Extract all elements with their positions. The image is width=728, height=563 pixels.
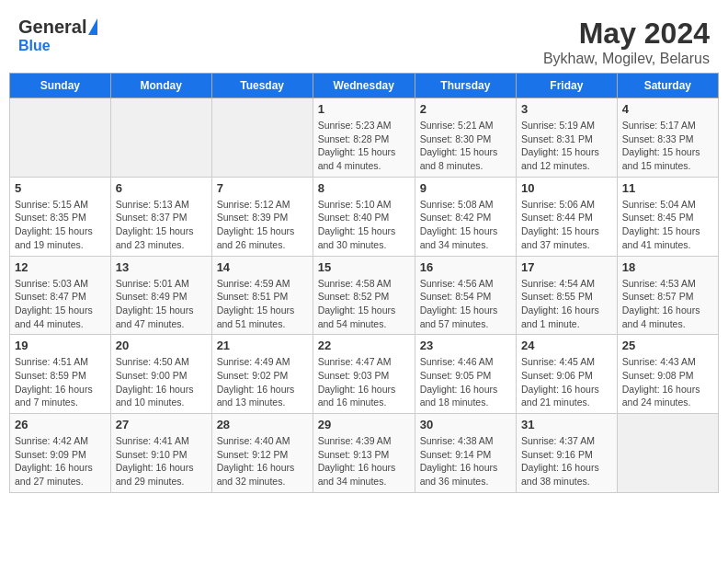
day-info: Sunrise: 5:15 AM Sunset: 8:35 PM Dayligh… [15, 198, 106, 252]
calendar-day-cell: 21Sunrise: 4:49 AM Sunset: 9:02 PM Dayli… [211, 335, 313, 414]
calendar-day-cell [211, 98, 313, 178]
weekday-header: Sunday [10, 74, 111, 98]
day-number: 22 [318, 339, 410, 352]
calendar-day-cell: 27Sunrise: 4:41 AM Sunset: 9:10 PM Dayli… [110, 414, 211, 493]
day-info: Sunrise: 5:08 AM Sunset: 8:42 PM Dayligh… [420, 198, 511, 252]
weekday-header-row: SundayMondayTuesdayWednesdayThursdayFrid… [10, 74, 719, 98]
day-info: Sunrise: 4:59 AM Sunset: 8:51 PM Dayligh… [217, 277, 308, 331]
day-info: Sunrise: 5:03 AM Sunset: 8:47 PM Dayligh… [15, 277, 106, 331]
day-number: 2 [420, 102, 511, 116]
calendar-day-cell: 17Sunrise: 4:54 AM Sunset: 8:55 PM Dayli… [517, 256, 618, 335]
day-number: 30 [420, 418, 511, 431]
calendar-day-cell: 5Sunrise: 5:15 AM Sunset: 8:35 PM Daylig… [10, 177, 111, 256]
day-number: 11 [622, 181, 713, 195]
day-number: 12 [15, 260, 106, 274]
day-number: 18 [622, 260, 713, 274]
day-number: 8 [318, 181, 410, 195]
calendar-day-cell: 25Sunrise: 4:43 AM Sunset: 9:08 PM Dayli… [617, 335, 718, 414]
calendar-day-cell: 23Sunrise: 4:46 AM Sunset: 9:05 PM Dayli… [415, 335, 516, 414]
day-number: 13 [116, 260, 207, 274]
day-number: 29 [318, 418, 410, 431]
calendar-week-row: 12Sunrise: 5:03 AM Sunset: 8:47 PM Dayli… [10, 256, 719, 335]
day-info: Sunrise: 5:21 AM Sunset: 8:30 PM Dayligh… [420, 119, 511, 173]
calendar-day-cell: 24Sunrise: 4:45 AM Sunset: 9:06 PM Dayli… [517, 335, 618, 414]
calendar-title: May 2024 [543, 17, 710, 51]
day-number: 31 [521, 418, 612, 431]
weekday-header: Tuesday [211, 74, 313, 98]
weekday-header: Thursday [415, 74, 516, 98]
day-info: Sunrise: 4:50 AM Sunset: 9:00 PM Dayligh… [116, 355, 207, 409]
calendar-day-cell: 3Sunrise: 5:19 AM Sunset: 8:31 PM Daylig… [517, 98, 618, 178]
day-info: Sunrise: 4:43 AM Sunset: 9:08 PM Dayligh… [622, 355, 713, 409]
day-number: 3 [521, 102, 612, 116]
calendar-day-cell: 29Sunrise: 4:39 AM Sunset: 9:13 PM Dayli… [313, 414, 415, 493]
calendar-day-cell: 18Sunrise: 4:53 AM Sunset: 8:57 PM Dayli… [617, 256, 718, 335]
calendar-day-cell: 19Sunrise: 4:51 AM Sunset: 8:59 PM Dayli… [10, 335, 111, 414]
day-info: Sunrise: 5:04 AM Sunset: 8:45 PM Dayligh… [622, 198, 713, 252]
day-info: Sunrise: 5:13 AM Sunset: 8:37 PM Dayligh… [116, 198, 207, 252]
day-number: 21 [217, 339, 308, 352]
day-number: 17 [521, 260, 612, 274]
calendar-day-cell: 22Sunrise: 4:47 AM Sunset: 9:03 PM Dayli… [313, 335, 415, 414]
day-number: 24 [521, 339, 612, 352]
day-info: Sunrise: 4:46 AM Sunset: 9:05 PM Dayligh… [420, 355, 511, 409]
weekday-header: Saturday [617, 74, 718, 98]
calendar-day-cell: 6Sunrise: 5:13 AM Sunset: 8:37 PM Daylig… [110, 177, 211, 256]
calendar-week-row: 1Sunrise: 5:23 AM Sunset: 8:28 PM Daylig… [10, 98, 719, 178]
calendar-day-cell: 20Sunrise: 4:50 AM Sunset: 9:00 PM Dayli… [110, 335, 211, 414]
calendar-day-cell: 8Sunrise: 5:10 AM Sunset: 8:40 PM Daylig… [313, 177, 415, 256]
day-info: Sunrise: 4:49 AM Sunset: 9:02 PM Dayligh… [217, 355, 308, 409]
day-info: Sunrise: 4:54 AM Sunset: 8:55 PM Dayligh… [521, 277, 612, 331]
day-info: Sunrise: 5:19 AM Sunset: 8:31 PM Dayligh… [521, 119, 612, 173]
day-number: 7 [217, 181, 308, 195]
calendar-day-cell [617, 414, 718, 493]
calendar-day-cell: 10Sunrise: 5:06 AM Sunset: 8:44 PM Dayli… [517, 177, 618, 256]
day-number: 5 [15, 181, 106, 195]
day-number: 1 [318, 102, 410, 116]
page-header: General Blue May 2024 Bykhaw, Mogilev, B… [9, 9, 719, 73]
day-info: Sunrise: 5:10 AM Sunset: 8:40 PM Dayligh… [318, 198, 410, 252]
day-info: Sunrise: 5:12 AM Sunset: 8:39 PM Dayligh… [217, 198, 308, 252]
calendar-day-cell: 9Sunrise: 5:08 AM Sunset: 8:42 PM Daylig… [415, 177, 516, 256]
weekday-header: Wednesday [313, 74, 415, 98]
calendar-week-row: 5Sunrise: 5:15 AM Sunset: 8:35 PM Daylig… [10, 177, 719, 256]
day-info: Sunrise: 4:39 AM Sunset: 9:13 PM Dayligh… [318, 434, 410, 488]
calendar-day-cell: 28Sunrise: 4:40 AM Sunset: 9:12 PM Dayli… [211, 414, 313, 493]
day-info: Sunrise: 5:01 AM Sunset: 8:49 PM Dayligh… [116, 277, 207, 331]
calendar-day-cell: 12Sunrise: 5:03 AM Sunset: 8:47 PM Dayli… [10, 256, 111, 335]
day-number: 4 [622, 102, 713, 116]
day-info: Sunrise: 4:53 AM Sunset: 8:57 PM Dayligh… [622, 277, 713, 331]
day-info: Sunrise: 5:17 AM Sunset: 8:33 PM Dayligh… [622, 119, 713, 173]
day-info: Sunrise: 5:06 AM Sunset: 8:44 PM Dayligh… [521, 198, 612, 252]
calendar-day-cell [10, 98, 111, 178]
day-number: 25 [622, 339, 713, 352]
logo-triangle-icon [88, 18, 97, 35]
day-number: 27 [116, 418, 207, 431]
day-number: 14 [217, 260, 308, 274]
day-number: 6 [116, 181, 207, 195]
day-info: Sunrise: 4:37 AM Sunset: 9:16 PM Dayligh… [521, 434, 612, 488]
calendar-week-row: 19Sunrise: 4:51 AM Sunset: 8:59 PM Dayli… [10, 335, 719, 414]
calendar-day-cell: 16Sunrise: 4:56 AM Sunset: 8:54 PM Dayli… [415, 256, 516, 335]
day-number: 20 [116, 339, 207, 352]
calendar-day-cell: 14Sunrise: 4:59 AM Sunset: 8:51 PM Dayli… [211, 256, 313, 335]
weekday-header: Monday [110, 74, 211, 98]
calendar-day-cell: 7Sunrise: 5:12 AM Sunset: 8:39 PM Daylig… [211, 177, 313, 256]
weekday-header: Friday [517, 74, 618, 98]
day-info: Sunrise: 4:47 AM Sunset: 9:03 PM Dayligh… [318, 355, 410, 409]
day-number: 26 [15, 418, 106, 431]
day-info: Sunrise: 4:41 AM Sunset: 9:10 PM Dayligh… [116, 434, 207, 488]
logo-blue-text: Blue [18, 38, 51, 54]
day-info: Sunrise: 4:42 AM Sunset: 9:09 PM Dayligh… [15, 434, 106, 488]
logo-general-text: General [18, 17, 86, 38]
calendar-day-cell: 2Sunrise: 5:21 AM Sunset: 8:30 PM Daylig… [415, 98, 516, 178]
day-info: Sunrise: 4:56 AM Sunset: 8:54 PM Dayligh… [420, 277, 511, 331]
calendar-day-cell: 30Sunrise: 4:38 AM Sunset: 9:14 PM Dayli… [415, 414, 516, 493]
day-info: Sunrise: 4:58 AM Sunset: 8:52 PM Dayligh… [318, 277, 410, 331]
calendar-table: SundayMondayTuesdayWednesdayThursdayFrid… [9, 73, 719, 493]
calendar-subtitle: Bykhaw, Mogilev, Belarus [543, 51, 710, 67]
day-info: Sunrise: 4:45 AM Sunset: 9:06 PM Dayligh… [521, 355, 612, 409]
day-number: 16 [420, 260, 511, 274]
calendar-day-cell: 4Sunrise: 5:17 AM Sunset: 8:33 PM Daylig… [617, 98, 718, 178]
day-info: Sunrise: 5:23 AM Sunset: 8:28 PM Dayligh… [318, 119, 410, 173]
